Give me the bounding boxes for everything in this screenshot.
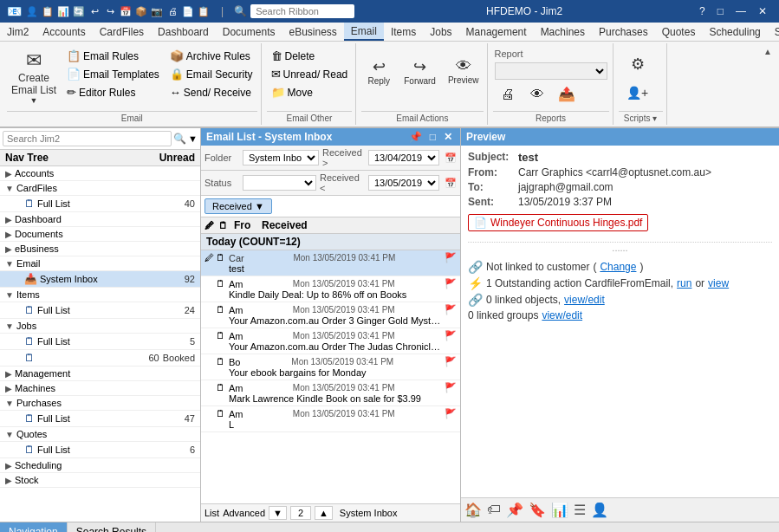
nav-item-scheduling[interactable]: ▶ Scheduling	[0, 458, 200, 473]
preview-user-button[interactable]: 👤	[591, 502, 608, 518]
menu-item-quotes[interactable]: Quotes	[655, 23, 703, 41]
report-preview-button[interactable]: 👁	[524, 83, 550, 105]
email-panel-new-button[interactable]: □	[427, 131, 438, 143]
nav-item-cardfiles-fulllist[interactable]: 🗒 Full List 40	[0, 196, 200, 212]
page-down-button[interactable]: ▼	[269, 506, 287, 520]
nav-search-icon[interactable]: 🔍	[173, 133, 186, 145]
nav-item-jobs[interactable]: ▼ Jobs	[0, 319, 200, 334]
forward-button[interactable]: ↪ Forward	[399, 47, 440, 95]
menu-item-cardfiles[interactable]: CardFiles	[93, 23, 151, 41]
report-print-button[interactable]: 🖨	[495, 83, 521, 105]
attachment-link[interactable]: 📄 Windeyer Continuous Hinges.pdf	[468, 214, 648, 231]
send-receive-button[interactable]: ↔ Send/ Receive	[166, 83, 257, 101]
menu-item-items[interactable]: Items	[384, 23, 423, 41]
folder-select[interactable]: System Inbo	[243, 150, 319, 165]
email-row-7[interactable]: 🖉 🗒 Am Mon 13/05/2019 03:41 PM 🚩 L	[201, 406, 460, 432]
delete-button[interactable]: 🗑 Delete	[267, 47, 353, 65]
quick-access-icon-11[interactable]: 📄	[181, 4, 195, 18]
received-before-cal-icon[interactable]: 📅	[445, 178, 457, 189]
quick-access-icon-8[interactable]: 📦	[134, 4, 148, 18]
menu-item-documents[interactable]: Documents	[216, 23, 282, 41]
preview-attachment[interactable]: 📄 Windeyer Continuous Hinges.pdf	[468, 211, 772, 235]
received-before-select[interactable]: 13/05/2019	[368, 175, 439, 191]
nav-item-machines[interactable]: ▶ Machines	[0, 381, 200, 396]
preview-button[interactable]: 👁 Preview	[444, 47, 484, 95]
email-panel-pin-button[interactable]: 📌	[406, 131, 425, 143]
quick-access-icon-10[interactable]: 🖨	[166, 4, 179, 18]
reply-button[interactable]: ↩ Reply	[361, 47, 396, 95]
ribbon-collapse-button[interactable]: ▲	[760, 47, 776, 56]
close-button[interactable]: ✕	[753, 5, 772, 17]
view-edit-link-1[interactable]: view/edit	[564, 294, 605, 306]
nav-item-stock[interactable]: ▶ Stock	[0, 473, 200, 488]
nav-item-purchases-fulllist[interactable]: 🗒 Full List 47	[0, 411, 200, 427]
menu-item-email[interactable]: Email	[344, 23, 384, 41]
help-button[interactable]: ?	[694, 5, 711, 17]
tab-search-results[interactable]: Search Results	[68, 522, 156, 532]
search-ribbon-input[interactable]	[250, 4, 354, 18]
maximize-button[interactable]: □	[712, 5, 729, 17]
menu-item-dashboard[interactable]: Dashboard	[151, 23, 216, 41]
email-templates-button[interactable]: 📄 Email Templates	[62, 65, 164, 83]
menu-item-jobs[interactable]: Jobs	[423, 23, 458, 41]
create-email-list-button[interactable]: ✉ CreateEmail List ▼	[7, 47, 61, 107]
minimize-button[interactable]: —	[730, 5, 751, 17]
menu-item-ebusiness[interactable]: eBusiness	[282, 23, 343, 41]
received-after-cal-icon[interactable]: 📅	[445, 152, 457, 164]
quick-access-icon-2[interactable]: 📋	[41, 4, 55, 18]
quick-access-icon-3[interactable]: 📊	[56, 4, 70, 18]
nav-item-accounts[interactable]: ▶ Accounts	[0, 166, 200, 181]
quick-access-icon-1[interactable]: 👤	[25, 4, 39, 18]
email-security-button[interactable]: 🔒 Email Security	[166, 65, 257, 83]
received-view-button[interactable]: Received ▼	[204, 198, 272, 214]
menu-item-stock[interactable]: Stock	[768, 23, 779, 41]
change-link[interactable]: Change	[600, 261, 636, 273]
scripts-button[interactable]: ⚙	[619, 47, 657, 81]
email-row-6[interactable]: 🖉 🗒 Am Mon 13/05/2019 03:41 PM 🚩 Mark La…	[201, 380, 460, 406]
menu-item-jim2[interactable]: Jim2	[0, 23, 36, 41]
advanced-tab[interactable]: Advanced	[223, 508, 265, 518]
report-export-button[interactable]: 📤	[554, 83, 580, 105]
move-button[interactable]: 📁 Move	[267, 83, 353, 101]
quick-access-icon-12[interactable]: 📋	[197, 4, 211, 18]
report-select[interactable]	[495, 62, 607, 80]
email-row-2[interactable]: 🖉 🗒 Am Mon 13/05/2019 03:41 PM 🚩 Kindle …	[201, 276, 460, 302]
menu-item-management[interactable]: Management	[459, 23, 534, 41]
menu-item-accounts[interactable]: Accounts	[36, 23, 92, 41]
unread-read-button[interactable]: ✉ Unread/ Read	[267, 65, 353, 83]
quick-access-icon-7[interactable]: 📅	[119, 4, 133, 18]
preview-pin-button[interactable]: 📌	[506, 502, 523, 518]
archive-rules-button[interactable]: 📦 Archive Rules	[166, 47, 257, 65]
menu-item-scheduling[interactable]: Scheduling	[702, 23, 767, 41]
email-row-1[interactable]: 🖉 🗒 Car Mon 13/05/2019 03:41 PM 🚩 test	[201, 250, 460, 276]
nav-item-management[interactable]: ▶ Management	[0, 367, 200, 381]
quick-access-icon-5[interactable]: ↩	[88, 4, 101, 18]
status-select[interactable]	[243, 175, 316, 191]
preview-bookmark-button[interactable]: 🔖	[529, 502, 546, 518]
menu-item-machines[interactable]: Machines	[534, 23, 592, 41]
nav-item-items-fulllist[interactable]: 🗒 Full List 24	[0, 302, 200, 319]
email-rules-button[interactable]: 📋 Email Rules	[62, 47, 164, 65]
email-row-4[interactable]: 🖉 🗒 Am Mon 13/05/2019 03:41 PM 🚩 Your Am…	[201, 328, 460, 354]
nav-item-cardfiles[interactable]: ▼ CardFiles	[0, 181, 200, 196]
received-after-select[interactable]: 13/04/2019	[368, 150, 439, 165]
run-link[interactable]: run	[677, 277, 691, 289]
preview-home-button[interactable]: 🏠	[464, 502, 482, 518]
page-number-input[interactable]	[290, 506, 311, 520]
quick-access-icon-9[interactable]: 📷	[150, 4, 164, 18]
nav-item-quotes[interactable]: ▼ Quotes	[0, 427, 200, 442]
nav-item-email[interactable]: ▼ Email	[0, 256, 200, 271]
nav-item-jobs-booked[interactable]: 🗒 60 Booked	[0, 350, 200, 367]
menu-item-purchases[interactable]: Purchases	[592, 23, 655, 41]
editor-rules-button[interactable]: ✏ Editor Rules	[62, 83, 164, 101]
email-row-3[interactable]: 🖉 🗒 Am Mon 13/05/2019 03:41 PM 🚩 Your Am…	[201, 302, 460, 328]
preview-tag-button[interactable]: 🏷	[487, 502, 501, 518]
view-edit-link-2[interactable]: view/edit	[542, 309, 582, 321]
nav-search-input[interactable]	[3, 131, 172, 146]
view-link[interactable]: view	[708, 277, 729, 289]
nav-item-purchases[interactable]: ▼ Purchases	[0, 396, 200, 411]
preview-menu-button[interactable]: ☰	[574, 502, 586, 518]
nav-item-dashboard[interactable]: ▶ Dashboard	[0, 212, 200, 227]
email-panel-close-button[interactable]: ✕	[441, 131, 455, 143]
nav-item-ebusiness[interactable]: ▶ eBusiness	[0, 242, 200, 256]
